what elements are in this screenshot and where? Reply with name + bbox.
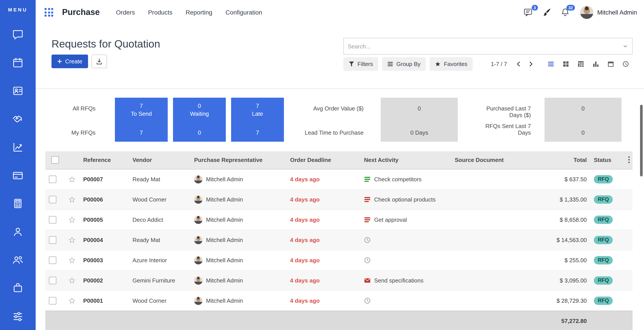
rfq-total: $ 637.50 (524, 169, 590, 189)
filters-button[interactable]: Filters (343, 57, 378, 71)
rfq-vendor: Azure Interior (129, 250, 190, 270)
table-row[interactable]: P00005 Deco Addict Mitchell Admin 4 days… (45, 209, 632, 230)
kpi-tile-waiting[interactable]: 0 Waiting 0 (173, 98, 226, 142)
export-button[interactable] (92, 54, 107, 68)
menu-orders[interactable]: Orders (110, 6, 141, 19)
row-checkbox[interactable] (49, 256, 56, 264)
sidebar-item-expenses[interactable] (0, 161, 36, 189)
column-rep[interactable]: Purchase Representative (190, 151, 286, 169)
table-row[interactable]: P00001 Wood Corner Mitchell Admin 4 days… (45, 290, 632, 311)
favorite-star-icon[interactable] (68, 236, 76, 244)
activity-tasks-icon[interactable] (364, 196, 371, 203)
sidebar-item-discuss[interactable] (0, 20, 36, 48)
view-graph-button[interactable] (589, 57, 602, 71)
view-pivot-button[interactable] (574, 57, 588, 71)
activity-clock-icon[interactable] (364, 297, 371, 304)
rfq-reference: P00007 (80, 169, 129, 189)
sidebar-item-members[interactable] (0, 246, 36, 274)
activity-clock-icon[interactable] (364, 257, 371, 263)
order-deadline: 4 days ago (286, 270, 360, 290)
my-rfqs-filter[interactable]: My RFQs (45, 129, 96, 136)
sidebar-item-settings[interactable] (0, 302, 36, 330)
table-row[interactable]: P00002 Gemini Furniture Mitchell Admin 4… (45, 270, 632, 290)
favorite-star-icon[interactable] (68, 256, 76, 264)
sidebar-item-purchase[interactable] (0, 274, 36, 302)
select-all-checkbox[interactable] (52, 156, 59, 164)
menu-products[interactable]: Products (142, 6, 178, 19)
all-rfqs-filter[interactable]: All RFQs (45, 105, 96, 112)
activity-tasks-icon[interactable] (364, 176, 371, 182)
table-row[interactable]: P00007 Ready Mat Mitchell Admin 4 days a… (45, 169, 632, 189)
purchase-dashboard: All RFQs My RFQs 7 To Send 7 0 W (45, 98, 632, 142)
table-row[interactable]: P00004 Ready Mat Mitchell Admin 4 days a… (45, 230, 632, 250)
user-menu[interactable]: Mitchell Admin (580, 6, 637, 19)
app-title[interactable]: Purchase (62, 7, 100, 17)
view-calendar-button[interactable] (604, 57, 618, 71)
activity-tasks-icon[interactable] (364, 216, 371, 223)
column-reference[interactable]: Reference (80, 151, 129, 169)
sidebar-item-sales[interactable] (0, 133, 36, 161)
menu-toggle[interactable]: MENU (0, 0, 36, 19)
column-source[interactable]: Source Document (451, 151, 524, 169)
to-send-all-count: 7 (140, 102, 143, 109)
favorite-column-header (65, 151, 80, 169)
favorite-star-icon[interactable] (68, 216, 76, 223)
row-checkbox[interactable] (49, 297, 56, 304)
order-deadline: 4 days ago (286, 169, 360, 189)
row-checkbox[interactable] (49, 236, 56, 244)
notifications-button[interactable]: 32 (559, 6, 571, 18)
sidebar-item-calendar[interactable] (0, 48, 36, 76)
chevron-left-icon (517, 61, 520, 67)
status-badge: RFQ (594, 256, 613, 264)
activity-mail-icon[interactable] (364, 277, 371, 284)
order-deadline: 4 days ago (286, 209, 360, 230)
favorite-star-icon[interactable] (68, 175, 76, 183)
group-by-button[interactable]: Group By (382, 57, 426, 71)
column-total[interactable]: Total (524, 151, 590, 169)
status-badge: RFQ (594, 195, 613, 204)
sidebar-item-crm[interactable] (0, 105, 36, 133)
column-vendor[interactable]: Vendor (129, 151, 190, 169)
view-clock-button[interactable] (619, 57, 632, 71)
shopping-bag-icon (12, 282, 24, 294)
kpi-tile-to-send[interactable]: 7 To Send 7 (115, 98, 168, 142)
waiting-label: Waiting (190, 110, 209, 117)
column-activity[interactable]: Next Activity (360, 151, 451, 169)
apps-menu-button[interactable] (42, 5, 56, 19)
menu-reporting[interactable]: Reporting (180, 6, 218, 19)
rfq-vendor: Deco Addict (129, 209, 190, 230)
favorite-star-icon[interactable] (68, 277, 76, 284)
sidebar-item-employees[interactable] (0, 217, 36, 246)
brush-button[interactable] (540, 6, 553, 18)
pager-previous-button[interactable] (512, 58, 525, 70)
table-row[interactable]: P00003 Azure Interior Mitchell Admin 4 d… (45, 250, 632, 270)
column-deadline[interactable]: Order Deadline (286, 151, 360, 169)
favorite-star-icon[interactable] (68, 196, 76, 203)
row-checkbox[interactable] (49, 175, 56, 183)
view-list-button[interactable] (544, 57, 558, 71)
column-status[interactable]: Status (590, 151, 622, 169)
sidebar-item-contacts[interactable] (0, 76, 36, 105)
order-deadline: 4 days ago (286, 230, 360, 250)
pager-next-button[interactable] (525, 58, 537, 70)
kpi-tile-late[interactable]: 7 Late 7 (231, 98, 284, 142)
vertical-scrollbar[interactable] (640, 105, 643, 176)
menu-configuration[interactable]: Configuration (220, 6, 268, 19)
favorites-button[interactable]: Favorites (430, 57, 473, 71)
sidebar-item-accounting[interactable] (0, 189, 36, 217)
create-button[interactable]: Create (52, 54, 88, 68)
table-row[interactable]: P00006 Wood Corner Mitchell Admin 4 days… (45, 189, 632, 209)
view-kanban-button[interactable] (559, 57, 573, 71)
search-dropdown-toggle[interactable] (622, 44, 628, 48)
optional-columns-button[interactable] (626, 156, 632, 164)
activity-clock-icon[interactable] (364, 237, 371, 243)
navbar-systray: 3 32 Mitchell Admin (522, 6, 637, 19)
messages-button[interactable]: 3 (522, 6, 534, 18)
search-input[interactable] (348, 43, 622, 49)
row-checkbox[interactable] (49, 216, 56, 223)
kpi-tiles: 7 To Send 7 0 Waiting 0 (115, 98, 284, 142)
favorite-star-icon[interactable] (68, 297, 76, 304)
row-checkbox[interactable] (49, 277, 56, 284)
row-checkbox[interactable] (49, 196, 56, 203)
kanban-view-icon (562, 60, 570, 68)
